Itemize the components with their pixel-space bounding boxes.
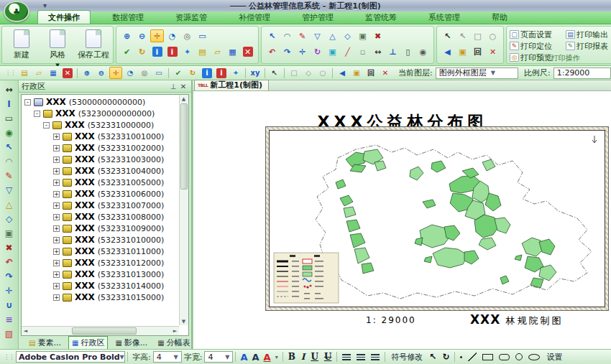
print-output-button[interactable]: ▤ 打印输出: [566, 29, 611, 40]
bold-button[interactable]: B: [288, 352, 295, 362]
hand-tool-icon[interactable]: ∪: [2, 298, 17, 312]
vertex-icon[interactable]: ◇: [341, 29, 354, 42]
rotate-icon[interactable]: ↻: [442, 352, 449, 362]
new-project-button[interactable]: 新建: [5, 28, 38, 70]
measure-tool-icon[interactable]: ↔: [2, 83, 17, 96]
cursor-icon[interactable]: ↖: [429, 352, 436, 362]
page-setup-button[interactable]: ▢ 页面设置: [510, 29, 566, 40]
pan-icon[interactable]: ✛: [109, 67, 122, 79]
ribbon-tab[interactable]: 数据管理: [102, 11, 154, 24]
diamond-tool-icon[interactable]: ◇: [2, 212, 17, 225]
eye-tool-icon[interactable]: ◉: [2, 126, 17, 139]
copy-feature-icon[interactable]: ▣: [326, 45, 339, 58]
rect-shape-button[interactable]: [482, 354, 493, 360]
select-poly-icon[interactable]: ◇: [302, 67, 315, 79]
tree-node-prefecture[interactable]: - XXX (53230000000000): [23, 108, 178, 119]
expander-icon[interactable]: +: [53, 225, 60, 232]
tree-node-town[interactable]: + XXX (532331007000): [23, 200, 178, 211]
tree-vertical-scrollbar[interactable]: ▲ ▼: [179, 95, 188, 325]
ellipse-shape-button[interactable]: [528, 354, 540, 360]
close-icon[interactable]: ✕: [61, 67, 74, 79]
tab-sheet-table[interactable]: ▦ 分幅表: [155, 337, 193, 349]
open-icon[interactable]: ▱: [32, 67, 45, 79]
edit-attribute-icon[interactable]: ▣: [356, 29, 369, 42]
pan-to-selection-icon[interactable]: ◀: [441, 45, 454, 58]
measure-icon[interactable]: ↔: [371, 45, 385, 58]
zoom-extent-icon[interactable]: ▭: [152, 67, 165, 79]
focus-box-icon[interactable]: 回: [471, 45, 484, 58]
select-circle-icon[interactable]: ○: [486, 29, 500, 42]
expander-icon[interactable]: -: [34, 111, 40, 117]
zoom-previous-icon[interactable]: ◔: [124, 67, 137, 79]
zoom-in-icon[interactable]: ⊕: [120, 29, 134, 42]
redo-tool-icon[interactable]: ↷: [2, 269, 17, 283]
undo-tool-icon[interactable]: ↶: [2, 255, 17, 269]
expander-icon[interactable]: +: [53, 271, 60, 278]
delete-icon[interactable]: ✕: [379, 67, 392, 79]
symbol-edit-button[interactable]: 符号修改: [391, 352, 423, 363]
print-locate-button[interactable]: ✎ 打印定位: [510, 40, 566, 52]
font-color-black-button[interactable]: A: [252, 352, 259, 363]
font-color-dropdown-icon[interactable]: ▾: [275, 354, 278, 360]
new-doc-icon[interactable]: ▤: [18, 67, 31, 79]
tree-node-town[interactable]: + XXX (532331001000): [23, 131, 178, 142]
ribbon-tab[interactable]: 管护管理: [292, 11, 344, 24]
move-tool-icon[interactable]: ✛: [2, 284, 17, 297]
tree-horizontal-scrollbar[interactable]: ◄ ►: [22, 326, 179, 335]
strikethrough-button[interactable]: U: [324, 352, 331, 362]
tree-node-town[interactable]: + XXX (532331009000): [23, 223, 178, 234]
save-project-button[interactable]: 保存工程: [77, 28, 110, 70]
nav-tool-icon[interactable]: ↖: [2, 140, 17, 154]
extent-tool-icon[interactable]: ▭: [2, 111, 17, 125]
pan-icon[interactable]: ✛: [150, 29, 164, 42]
attribute-info-icon[interactable]: i: [165, 45, 179, 58]
align-left-icon[interactable]: [342, 354, 351, 360]
polyline-tool-icon[interactable]: ▽: [2, 183, 17, 197]
identify-icon[interactable]: i: [150, 45, 164, 58]
expander-icon[interactable]: +: [53, 214, 60, 220]
underline-button[interactable]: U: [311, 352, 318, 362]
select-rect-icon[interactable]: □: [288, 67, 300, 79]
refresh-icon[interactable]: ↻: [186, 67, 199, 79]
sketch-pen-icon[interactable]: ✎: [295, 29, 309, 42]
app-logo[interactable]: ♣: [4, 1, 29, 22]
zoom-search-icon[interactable]: ◎: [180, 29, 194, 42]
full-extent-icon[interactable]: ✦: [180, 45, 194, 58]
polygon-icon[interactable]: △: [326, 29, 339, 42]
style-button[interactable]: 风格 ▾: [41, 28, 74, 70]
point-shape-button[interactable]: [460, 356, 462, 358]
align-right-icon[interactable]: [371, 354, 380, 360]
circle-shape-button[interactable]: [515, 353, 523, 360]
align-center-icon[interactable]: [357, 354, 365, 360]
edit-tool-icon[interactable]: ▣: [2, 226, 17, 240]
zoom-in-icon[interactable]: ⊕: [81, 67, 93, 79]
select-alt-icon[interactable]: ↖: [456, 29, 469, 42]
expander-icon[interactable]: +: [53, 145, 60, 151]
char-height-select[interactable]: 4 ▼: [153, 351, 182, 363]
tree-node-town[interactable]: + XXX (532331012000): [23, 257, 178, 269]
rotate-feature-icon[interactable]: ↻: [311, 45, 324, 58]
font-color-red-button[interactable]: A: [264, 352, 271, 363]
tree-node-town[interactable]: + XXX (532331006000): [23, 188, 178, 200]
tree-node-town[interactable]: + XXX (532331014000): [23, 280, 178, 291]
scroll-right-icon[interactable]: ►: [171, 327, 179, 335]
scroll-down-icon[interactable]: ▼: [180, 317, 188, 325]
ribbon-tab[interactable]: 监管统筹: [355, 11, 407, 24]
delete-feature-icon[interactable]: ✖: [371, 29, 385, 42]
close-project-icon[interactable]: ✕: [241, 45, 254, 58]
copy-icon[interactable]: ▣: [350, 67, 363, 79]
zoom-out-icon[interactable]: ⊖: [135, 29, 149, 42]
move-feature-icon[interactable]: ✛: [295, 45, 309, 58]
tab-imagery[interactable]: ▦ 影像...: [112, 337, 150, 349]
new-doc-icon[interactable]: ▤: [196, 45, 209, 58]
identify-icon[interactable]: i: [201, 67, 213, 79]
scroll-thumb[interactable]: [180, 103, 188, 190]
settings-button[interactable]: 设置: [546, 352, 562, 363]
tree-node-town[interactable]: + XXX (532331015000): [23, 291, 178, 303]
select-circle-icon[interactable]: ○: [316, 67, 329, 79]
tree-node-town[interactable]: + XXX (532331008000): [23, 211, 178, 223]
ribbon-tab[interactable]: 系统管理: [418, 11, 470, 24]
map-canvas[interactable]: XXX公益林分布图: [193, 91, 611, 349]
lasso-tool-icon[interactable]: ◠: [2, 154, 17, 168]
ribbon-tab[interactable]: 文件操作: [37, 10, 91, 24]
